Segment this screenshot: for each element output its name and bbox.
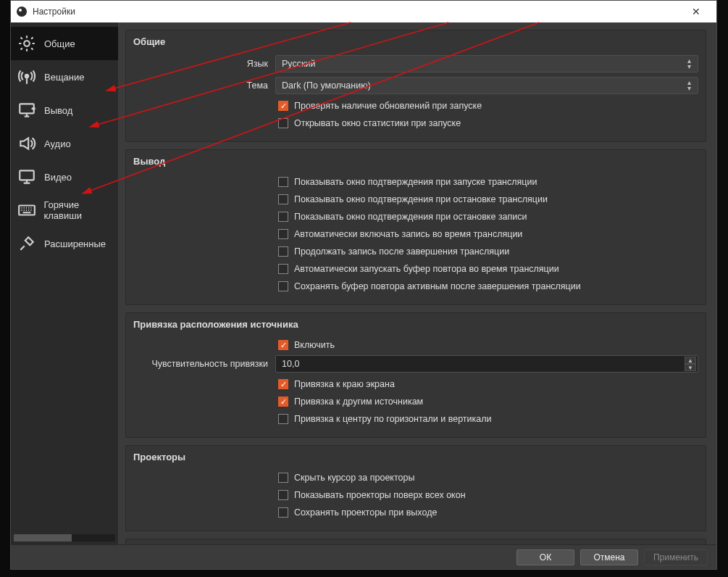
speaker-icon	[17, 133, 37, 154]
svg-point-0	[24, 41, 30, 46]
group-title: Привязка расположения источника	[133, 319, 698, 330]
tools-icon	[17, 233, 37, 254]
keep-replay-checkbox[interactable]	[278, 281, 288, 291]
spinbox-value: 10,0	[282, 359, 299, 369]
keyboard-icon	[17, 200, 36, 220]
monitor-icon	[17, 167, 37, 187]
keep-record-label: Продолжать запись после завершения транс…	[294, 246, 509, 257]
window-title: Настройки	[33, 7, 75, 17]
sidebar: Общие Вещание Вывод Аудио	[11, 22, 118, 544]
sidebar-scrollbar[interactable]	[14, 534, 115, 541]
check-updates-label: Проверять наличие обновлений при запуске	[294, 101, 482, 111]
gear-icon	[17, 33, 37, 54]
theme-label: Тема	[133, 80, 275, 91]
group-title: Вывод	[133, 156, 698, 167]
titlebar: Настройки ✕	[11, 1, 716, 22]
spinbox-arrows-icon[interactable]: ▲▼	[685, 357, 696, 371]
auto-record-label: Автоматически включать запись во время т…	[294, 229, 522, 239]
open-stats-checkbox[interactable]	[278, 118, 288, 128]
cancel-button[interactable]: Отмена	[580, 549, 638, 565]
snap-sources-checkbox[interactable]	[278, 397, 288, 407]
sidebar-item-hotkeys[interactable]: Горячие клавиши	[11, 194, 118, 227]
confirm-stop-record-checkbox[interactable]	[278, 212, 288, 222]
confirm-start-stream-checkbox[interactable]	[278, 177, 288, 187]
group-title: Общие	[133, 36, 698, 47]
sidebar-item-label: Расширенные	[44, 238, 106, 249]
confirm-start-stream-label: Показывать окно подтверждения при запуск…	[294, 177, 537, 187]
sidebar-item-stream[interactable]: Вещание	[11, 60, 118, 94]
output-icon	[17, 100, 37, 120]
body: Общие Вещание Вывод Аудио	[11, 22, 716, 544]
sidebar-item-label: Вывод	[44, 105, 72, 116]
sidebar-item-label: Аудио	[44, 138, 71, 149]
group-tray: Системный трей Включить Скрывать окно в …	[125, 539, 706, 544]
dropdown-value: Dark (По умолчанию)	[282, 80, 371, 91]
sidebar-item-video[interactable]: Видео	[11, 160, 118, 194]
svg-point-1	[25, 75, 28, 78]
confirm-stop-stream-checkbox[interactable]	[278, 194, 288, 204]
group-snap: Привязка расположения источника Включить…	[125, 312, 706, 438]
proj-on-top-checkbox[interactable]	[278, 490, 288, 500]
chevron-updown-icon: ▴▾	[683, 80, 695, 91]
snap-edge-checkbox[interactable]	[278, 379, 288, 389]
proj-on-top-label: Показывать проекторы поверх всех окон	[294, 490, 466, 500]
apply-button[interactable]: Применить	[644, 549, 708, 565]
snap-enable-checkbox[interactable]	[278, 340, 288, 350]
confirm-stop-record-label: Показывать окно подтверждения при остано…	[294, 212, 527, 222]
snap-sens-spinbox[interactable]: 10,0 ▲▼	[275, 355, 698, 373]
proj-save-label: Сохранять проекторы при выходе	[294, 507, 437, 518]
proj-hide-cursor-label: Скрыть курсор за проекторы	[294, 473, 414, 483]
snap-sens-label: Чувствительность привязки	[133, 359, 275, 369]
chevron-updown-icon: ▴▾	[683, 58, 695, 70]
group-output: Вывод Показывать окно подтверждения при …	[125, 149, 706, 305]
settings-window: Настройки ✕ Общие Вещание Вывод	[10, 0, 717, 570]
group-title: Проекторы	[133, 452, 698, 462]
snap-center-checkbox[interactable]	[278, 414, 288, 424]
ok-button[interactable]: ОК	[516, 549, 574, 565]
theme-dropdown[interactable]: Dark (По умолчанию) ▴▾	[275, 77, 698, 94]
content-pane[interactable]: Общие Язык Русский ▴▾ Тема Dark (По умо	[118, 22, 716, 544]
keep-replay-label: Сохранять буфер повтора активным после з…	[294, 281, 581, 291]
snap-edge-label: Привязка к краю экрана	[294, 379, 395, 389]
svg-rect-3	[20, 170, 34, 180]
sidebar-item-output[interactable]: Вывод	[11, 94, 118, 127]
language-label: Язык	[133, 59, 275, 69]
keep-record-checkbox[interactable]	[278, 246, 288, 257]
dropdown-value: Русский	[282, 59, 315, 69]
sidebar-item-label: Общие	[44, 38, 75, 49]
proj-save-checkbox[interactable]	[278, 507, 288, 518]
group-general: Общие Язык Русский ▴▾ Тема Dark (По умо	[125, 30, 706, 142]
auto-replay-label: Автоматически запускать буфер повтора во…	[294, 264, 559, 274]
footer: ОК Отмена Применить	[11, 544, 716, 569]
proj-hide-cursor-checkbox[interactable]	[278, 473, 288, 483]
auto-record-checkbox[interactable]	[278, 229, 288, 239]
check-updates-checkbox[interactable]	[278, 101, 288, 111]
language-dropdown[interactable]: Русский ▴▾	[275, 55, 698, 72]
antenna-icon	[17, 67, 37, 87]
group-projectors: Проекторы Скрыть курсор за проекторы Пок…	[125, 445, 706, 531]
auto-replay-checkbox[interactable]	[278, 264, 288, 274]
open-stats-label: Открывать окно статистики при запуске	[294, 118, 461, 128]
sidebar-item-audio[interactable]: Аудио	[11, 127, 118, 160]
snap-sources-label: Привязка к другим источникам	[294, 397, 423, 407]
sidebar-item-advanced[interactable]: Расширенные	[11, 227, 118, 260]
sidebar-item-general[interactable]: Общие	[11, 27, 118, 60]
sidebar-item-label: Вещание	[44, 72, 85, 83]
close-button[interactable]: ✕	[682, 6, 711, 17]
snap-enable-label: Включить	[294, 340, 335, 350]
sidebar-item-label: Видео	[44, 172, 72, 183]
sidebar-item-label: Горячие клавиши	[43, 199, 118, 221]
snap-center-label: Привязка к центру по горизонтали и верти…	[294, 414, 492, 424]
confirm-stop-stream-label: Показывать окно подтверждения при остано…	[294, 194, 548, 204]
app-icon	[17, 7, 27, 17]
